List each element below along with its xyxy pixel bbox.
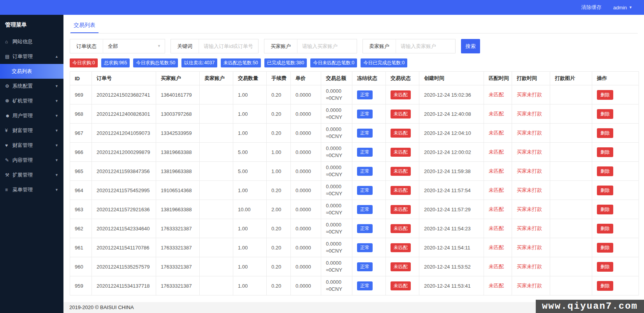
cell-frozen-status: 正常	[352, 276, 386, 295]
order-status-group: 订单状态 全部 ▼	[70, 39, 165, 53]
cell-order-no: 2020122411541170786	[92, 238, 156, 257]
sidebar-item-website-info[interactable]: ⌂网站信息	[0, 34, 63, 49]
caret-down-icon: ▼	[55, 153, 58, 168]
cell-action: 删除	[592, 162, 639, 181]
total-amount: 0.0000	[326, 164, 347, 171]
cell-pay-image	[550, 124, 592, 143]
cell-id: 968	[70, 104, 92, 124]
cell-fee: 1.00	[267, 162, 291, 181]
trade-status-badge: 未匹配	[391, 262, 411, 271]
cell-pay-time: 买家未打款	[512, 162, 550, 181]
keyword-input[interactable]	[199, 40, 258, 53]
sidebar-menu: ⌂网站信息▤订单管理▲交易列表⚙系统配置▼☸矿机管理▼☻用户管理▼¥财富管理▼♥…	[0, 34, 63, 197]
frozen-status-badge: 正常	[357, 262, 373, 271]
cell-id: 966	[70, 143, 92, 162]
column-header: 匹配时间	[484, 72, 512, 85]
total-amount: 0.0000	[326, 202, 347, 209]
tab-bar: 交易列表	[70, 19, 638, 34]
column-header: 打款时间	[512, 72, 550, 85]
cell-frozen-status: 正常	[352, 162, 386, 181]
delete-button[interactable]: 删除	[597, 281, 613, 291]
users-icon: ☻	[5, 108, 12, 123]
table-row: 9602020122411535257579176333213871.000.2…	[70, 257, 639, 276]
stat-badge: 今日求购总笔数:50	[133, 58, 178, 67]
delete-button[interactable]: 删除	[597, 262, 613, 272]
order-status-select[interactable]: 全部 ▼	[103, 39, 165, 53]
cell-total: 0.0000≈0CNY	[321, 85, 352, 104]
cell-total: 0.0000≈0CNY	[321, 104, 352, 124]
caret-up-icon: ▲	[55, 49, 58, 64]
cell-match-time: 未匹配	[484, 181, 512, 200]
cell-qty: 5.00	[233, 143, 267, 162]
cell-pay-image	[550, 104, 592, 124]
column-header: 订单号	[92, 72, 156, 85]
clear-cache-link[interactable]: 清除缓存	[581, 4, 602, 11]
delete-button[interactable]: 删除	[597, 186, 613, 195]
cell-buyer: 13819663388	[156, 200, 200, 219]
caret-down-icon: ▼	[55, 168, 58, 182]
cell-buyer: 19106514368	[156, 181, 200, 200]
cell-qty: 1.00	[233, 276, 267, 295]
cell-trade-status: 未匹配	[386, 257, 419, 276]
delete-button[interactable]: 删除	[597, 166, 613, 176]
buyer-group: 买家账户	[264, 39, 357, 53]
delete-button[interactable]: 删除	[597, 109, 613, 119]
sidebar-item-content-management[interactable]: ✎内容管理▼	[0, 153, 63, 168]
cell-total: 0.0000≈0CNY	[321, 143, 352, 162]
sidebar-item-wealth-management-1[interactable]: ¥财富管理▼	[0, 123, 63, 138]
cell-fee: 0.20	[267, 181, 291, 200]
sidebar-item-menu-management[interactable]: ≡菜单管理▼	[0, 182, 63, 197]
total-cny: ≈0CNY	[326, 171, 347, 178]
user-menu[interactable]: admin ▼	[613, 5, 632, 11]
frozen-status-badge: 正常	[357, 281, 373, 290]
cell-order-no: 2020122411542334640	[92, 219, 156, 238]
delete-button[interactable]: 删除	[597, 90, 613, 100]
total-cny: ≈0CNY	[326, 228, 347, 235]
cell-action: 删除	[592, 238, 639, 257]
sidebar-item-system-config[interactable]: ⚙系统配置▼	[0, 79, 63, 94]
cell-id: 961	[70, 238, 92, 257]
order-status-control: 全部 ▼	[103, 39, 165, 53]
cell-pay-image	[550, 238, 592, 257]
cell-seller	[200, 104, 233, 124]
total-cny: ≈0CNY	[326, 209, 347, 216]
delete-button[interactable]: 删除	[597, 243, 613, 253]
cell-order-no: 2020122411535257579	[92, 257, 156, 276]
seller-account-input[interactable]	[396, 40, 455, 53]
caret-down-icon: ▼	[55, 182, 58, 197]
total-amount: 0.0000	[326, 107, 347, 114]
cell-pay-image	[550, 85, 592, 104]
trade-status-badge: 未匹配	[391, 110, 411, 118]
tab-trade-list[interactable]: 交易列表	[70, 19, 99, 33]
cell-match-time: 未匹配	[484, 104, 512, 124]
frozen-status-badge: 正常	[357, 243, 373, 252]
cell-price: 0.0000	[291, 85, 321, 104]
sidebar-item-order-management[interactable]: ▤订单管理▲	[0, 49, 63, 64]
delete-button[interactable]: 删除	[597, 128, 613, 138]
column-header: 手续费	[267, 72, 291, 85]
cell-seller	[200, 181, 233, 200]
cell-created-time: 2020-12-24 12:00:02	[419, 143, 484, 162]
sidebar-item-miner-management[interactable]: ☸矿机管理▼	[0, 94, 63, 108]
cell-frozen-status: 正常	[352, 238, 386, 257]
cell-created-time: 2020-12-24 11:57:29	[419, 200, 484, 219]
delete-button[interactable]: 删除	[597, 147, 613, 157]
sidebar-item-user-management[interactable]: ☻用户管理▼	[0, 108, 63, 123]
cell-match-time: 未匹配	[484, 143, 512, 162]
frozen-status-badge: 正常	[357, 224, 373, 233]
sidebar-item-extension-management[interactable]: ⚒扩展管理▼	[0, 168, 63, 182]
buyer-account-input[interactable]	[297, 40, 357, 53]
cell-pay-image	[550, 257, 592, 276]
sidebar-subitem-trade-list[interactable]: 交易列表	[0, 64, 63, 79]
delete-button[interactable]: 删除	[597, 205, 613, 214]
delete-button[interactable]: 删除	[597, 224, 613, 233]
trade-status-badge: 未匹配	[391, 205, 411, 214]
total-cny: ≈0CNY	[326, 133, 347, 140]
sidebar-item-wealth-management-2[interactable]: ♥财富管理▼	[0, 138, 63, 153]
table-row: 9672020122412041059073133425339591.000.2…	[70, 124, 639, 143]
column-header: 操作	[592, 72, 639, 85]
stats-bar: 今日求购:0总求购:965今日求购总笔数:50以往卖出:4037未匹配总笔数:5…	[70, 58, 638, 67]
cell-trade-status: 未匹配	[386, 104, 419, 124]
sidebar-item-label: 财富管理	[12, 142, 33, 148]
search-button[interactable]: 搜索	[461, 39, 480, 53]
